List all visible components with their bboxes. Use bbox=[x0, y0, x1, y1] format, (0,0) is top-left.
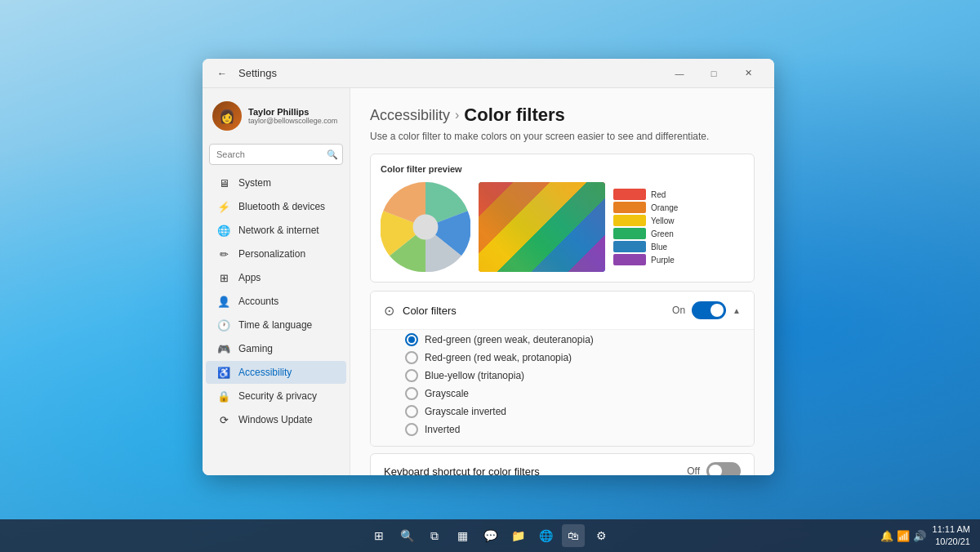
sidebar-item-personalization[interactable]: ✏ Personalization bbox=[206, 243, 346, 265]
radio-option-tritanopia[interactable]: Blue-yellow (tritanopia) bbox=[405, 369, 741, 382]
page-description: Use a color filter to make colors on you… bbox=[370, 131, 755, 142]
taskbar-start-icon[interactable]: ⊞ bbox=[368, 524, 390, 547]
color-filters-section: ⊙ Color filters On ▲ Red-green (green we… bbox=[370, 291, 755, 447]
radio-deuteranopia[interactable] bbox=[405, 333, 418, 346]
window-controls: — □ ✕ bbox=[663, 60, 764, 87]
network-icon: 🌐 bbox=[217, 224, 230, 237]
taskbar: ⊞ 🔍 ⧉ ▦ 💬 📁 🌐 🛍 ⚙ 🔔 📶 🔊 11:11 AM 10/20/2… bbox=[0, 519, 980, 552]
swatch-orange bbox=[613, 202, 646, 213]
radio-protanopia[interactable] bbox=[405, 351, 418, 364]
keyboard-shortcut-section: Keyboard shortcut for color filters Off bbox=[370, 453, 755, 475]
sidebar-item-label: Personalization bbox=[238, 248, 305, 260]
window-body: 👩 Taylor Phillips taylor@bellowscollege.… bbox=[203, 88, 774, 475]
system-tray: 🔔 📶 🔊 bbox=[880, 530, 925, 542]
radio-label-protanopia: Red-green (red weak, protanopia) bbox=[425, 352, 572, 363]
avatar: 👩 bbox=[212, 101, 242, 131]
swatch-row-purple: Purple bbox=[613, 253, 678, 266]
radio-inverted[interactable] bbox=[405, 423, 418, 436]
back-button[interactable]: ← bbox=[212, 64, 232, 83]
keyboard-shortcut-off-label: Off bbox=[687, 465, 700, 475]
swatch-row-orange: Orange bbox=[613, 201, 678, 214]
sidebar-item-label: Gaming bbox=[238, 343, 273, 354]
radio-option-deuteranopia[interactable]: Red-green (green weak, deuteranopia) bbox=[405, 333, 741, 346]
breadcrumb-current: Color filters bbox=[464, 105, 564, 126]
radio-grayscale-inverted[interactable] bbox=[405, 405, 418, 418]
security-icon: 🔒 bbox=[217, 390, 230, 403]
sidebar-item-bluetooth[interactable]: ⚡ Bluetooth & devices bbox=[206, 195, 346, 218]
taskbar-clock[interactable]: 11:11 AM 10/20/21 bbox=[933, 523, 970, 549]
radio-dot bbox=[408, 336, 415, 343]
breadcrumb-separator: › bbox=[455, 108, 459, 122]
taskbar-chat-icon[interactable]: 💬 bbox=[479, 524, 501, 547]
sidebar-item-label: Bluetooth & devices bbox=[238, 201, 325, 212]
taskbar-search-icon[interactable]: 🔍 bbox=[395, 524, 418, 547]
color-filters-on-label: On bbox=[672, 305, 685, 316]
user-profile[interactable]: 👩 Taylor Phillips taylor@bellowscollege.… bbox=[203, 95, 350, 140]
accessibility-icon: ♿ bbox=[217, 366, 230, 379]
time-icon: 🕐 bbox=[217, 318, 230, 332]
color-filters-header[interactable]: ⊙ Color filters On ▲ bbox=[371, 292, 754, 329]
sidebar-item-accessibility[interactable]: ♿ Accessibility bbox=[206, 361, 346, 384]
color-filters-icon: ⊙ bbox=[384, 303, 394, 318]
radio-label-grayscale: Grayscale bbox=[425, 388, 469, 399]
taskbar-store-icon[interactable]: 🛍 bbox=[562, 524, 585, 547]
sidebar-item-label: Apps bbox=[238, 272, 261, 283]
swatch-row-green: Green bbox=[613, 227, 678, 240]
windows-update-icon: ⟳ bbox=[217, 413, 230, 426]
close-button[interactable]: ✕ bbox=[732, 60, 764, 87]
color-photo bbox=[479, 182, 605, 272]
pie-center bbox=[413, 215, 439, 240]
swatch-red bbox=[613, 189, 646, 200]
pie-chart-svg bbox=[381, 182, 470, 272]
maximize-button[interactable]: □ bbox=[697, 60, 730, 87]
preview-section: Color filter preview bbox=[370, 154, 755, 283]
sidebar-item-network[interactable]: 🌐 Network & internet bbox=[206, 219, 346, 242]
taskbar-edge-icon[interactable]: 🌐 bbox=[534, 524, 557, 547]
taskbar-settings-icon[interactable]: ⚙ bbox=[590, 524, 612, 547]
taskbar-taskview-icon[interactable]: ⧉ bbox=[423, 524, 446, 547]
search-input[interactable] bbox=[209, 144, 343, 165]
toggle-thumb bbox=[710, 304, 724, 317]
sidebar-item-accounts[interactable]: 👤 Accounts bbox=[206, 290, 346, 313]
sidebar-item-windows-update[interactable]: ⟳ Windows Update bbox=[206, 408, 346, 431]
keyboard-shortcut-label: Keyboard shortcut for color filters bbox=[384, 465, 687, 476]
taskbar-explorer-icon[interactable]: 📁 bbox=[506, 524, 529, 547]
radio-option-protanopia[interactable]: Red-green (red weak, protanopia) bbox=[405, 351, 741, 364]
sidebar-item-security[interactable]: 🔒 Security & privacy bbox=[206, 385, 346, 407]
color-filters-toggle[interactable] bbox=[692, 301, 726, 319]
swatch-row-blue: Blue bbox=[613, 240, 678, 253]
sidebar-item-apps[interactable]: ⊞ Apps bbox=[206, 266, 346, 289]
sidebar-item-gaming[interactable]: 🎮 Gaming bbox=[206, 337, 346, 360]
swatch-purple bbox=[613, 254, 646, 265]
minimize-button[interactable]: — bbox=[663, 60, 696, 87]
breadcrumb-parent[interactable]: Accessibility bbox=[370, 107, 450, 124]
radio-grayscale[interactable] bbox=[405, 387, 418, 400]
preview-images: Red Orange Yellow Green bbox=[381, 182, 744, 272]
color-filter-options: Red-green (green weak, deuteranopia) Red… bbox=[371, 329, 754, 446]
search-box[interactable]: 🔍 bbox=[209, 144, 343, 165]
swatch-row-yellow: Yellow bbox=[613, 214, 678, 227]
sidebar-item-label: Network & internet bbox=[238, 225, 319, 236]
sidebar-item-label: Accounts bbox=[238, 296, 278, 307]
sidebar-item-label: Security & privacy bbox=[238, 390, 317, 402]
swatch-green bbox=[613, 228, 646, 239]
keyboard-shortcut-toggle[interactable] bbox=[706, 462, 741, 475]
radio-option-grayscale[interactable]: Grayscale bbox=[405, 387, 741, 400]
sidebar: 👩 Taylor Phillips taylor@bellowscollege.… bbox=[203, 88, 350, 475]
sidebar-item-system[interactable]: 🖥 System bbox=[206, 171, 346, 194]
preview-label: Color filter preview bbox=[381, 164, 744, 174]
radio-option-inverted[interactable]: Inverted bbox=[405, 423, 741, 436]
sidebar-item-label: System bbox=[238, 177, 271, 189]
sidebar-item-time[interactable]: 🕐 Time & language bbox=[206, 314, 346, 336]
sidebar-item-label: Time & language bbox=[238, 319, 312, 331]
gaming-icon: 🎮 bbox=[217, 342, 230, 355]
taskbar-widgets-icon[interactable]: ▦ bbox=[451, 524, 474, 547]
breadcrumb: Accessibility › Color filters bbox=[370, 105, 755, 126]
radio-label-inverted: Inverted bbox=[425, 424, 460, 435]
radio-label-grayscale-inverted: Grayscale inverted bbox=[425, 406, 506, 417]
radio-option-grayscale-inverted[interactable]: Grayscale inverted bbox=[405, 405, 741, 418]
swatch-label-purple: Purple bbox=[651, 256, 675, 265]
taskbar-right: 🔔 📶 🔊 11:11 AM 10/20/21 bbox=[880, 523, 970, 549]
clock-time: 11:11 AM bbox=[933, 523, 970, 536]
radio-tritanopia[interactable] bbox=[405, 369, 418, 382]
